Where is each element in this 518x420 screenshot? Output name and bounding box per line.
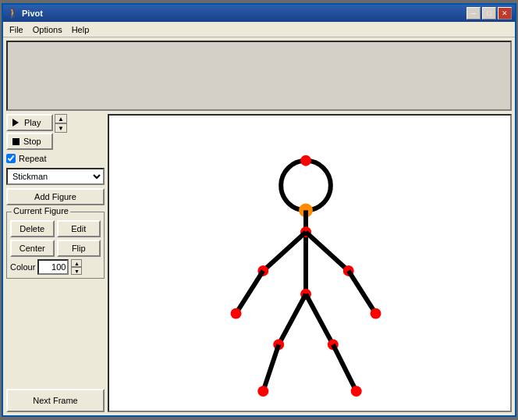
repeat-row: Repeat <box>6 152 105 165</box>
play-stop-buttons: Play Stop <box>6 114 53 150</box>
delete-button[interactable]: Delete <box>10 220 55 237</box>
stop-icon <box>12 138 20 145</box>
window-title: Pivot <box>22 9 467 18</box>
figure-select[interactable]: Stickman Custom <box>6 168 105 185</box>
center-button[interactable]: Center <box>10 240 55 257</box>
repeat-label: Repeat <box>19 154 46 163</box>
svg-line-18 <box>306 294 333 345</box>
filmstrip <box>6 41 512 111</box>
svg-point-21 <box>351 386 362 397</box>
spacer <box>6 282 105 386</box>
add-figure-button[interactable]: Add Figure <box>6 188 105 205</box>
svg-point-1 <box>300 155 311 166</box>
play-icon <box>12 119 20 126</box>
stickman-svg <box>109 116 510 411</box>
colour-label: Colour <box>10 262 35 272</box>
stop-label: Stop <box>23 137 41 146</box>
center-flip-row: Center Flip <box>10 240 101 257</box>
menu-help[interactable]: Help <box>67 23 94 36</box>
close-button[interactable]: ✕ <box>498 7 512 20</box>
content-area: Play Stop ▲ ▼ <box>6 114 512 412</box>
figure-dropdown-row: Stickman Custom <box>6 168 105 185</box>
playback-controls: Play Stop ▲ ▼ <box>6 114 105 165</box>
window-controls: ─ □ ✕ <box>467 7 512 20</box>
svg-line-16 <box>263 344 279 391</box>
next-frame-button[interactable]: Next Frame <box>6 389 105 412</box>
animation-canvas[interactable] <box>108 114 512 412</box>
current-figure-label: Current Figure <box>12 206 70 215</box>
menu-file[interactable]: File <box>5 23 28 36</box>
stop-button[interactable]: Stop <box>6 133 53 150</box>
repeat-checkbox[interactable] <box>6 154 16 163</box>
svg-line-9 <box>306 232 349 271</box>
current-figure-group: Current Figure Delete Edit Center Flip C… <box>6 212 105 279</box>
colour-down-button[interactable]: ▼ <box>71 267 82 275</box>
play-button[interactable]: Play <box>6 114 53 131</box>
colour-row: Colour ▲ ▼ <box>10 259 101 275</box>
scroll-up-button[interactable]: ▲ <box>55 114 67 123</box>
play-label: Play <box>24 118 41 127</box>
svg-line-20 <box>333 344 357 391</box>
menu-bar: File Options Help <box>3 22 515 37</box>
app-icon: 🚶 <box>6 7 19 20</box>
edit-button[interactable]: Edit <box>57 220 101 237</box>
title-bar: 🚶 Pivot ─ □ ✕ <box>3 5 515 22</box>
left-panel: Play Stop ▲ ▼ <box>6 114 108 412</box>
svg-line-5 <box>263 232 306 271</box>
minimize-button[interactable]: ─ <box>467 7 481 20</box>
svg-line-7 <box>236 271 264 314</box>
maximize-button[interactable]: □ <box>482 7 496 20</box>
delete-edit-row: Delete Edit <box>10 220 101 237</box>
main-area: Play Stop ▲ ▼ <box>3 37 515 415</box>
svg-line-14 <box>279 294 306 345</box>
scroll-down-button[interactable]: ▼ <box>55 123 67 133</box>
colour-input[interactable] <box>37 259 69 275</box>
menu-options[interactable]: Options <box>28 23 67 36</box>
svg-point-12 <box>371 308 381 319</box>
svg-line-11 <box>349 271 376 314</box>
scroll-buttons: ▲ ▼ <box>55 114 67 133</box>
main-window: 🚶 Pivot ─ □ ✕ File Options Help <box>2 3 516 417</box>
colour-spinner: ▲ ▼ <box>71 259 82 275</box>
colour-up-button[interactable]: ▲ <box>71 259 82 267</box>
svg-point-0 <box>281 161 331 211</box>
svg-point-8 <box>231 308 242 319</box>
svg-point-17 <box>257 386 268 397</box>
flip-button[interactable]: Flip <box>57 240 101 257</box>
play-stop-group: Play Stop ▲ ▼ <box>6 114 105 150</box>
